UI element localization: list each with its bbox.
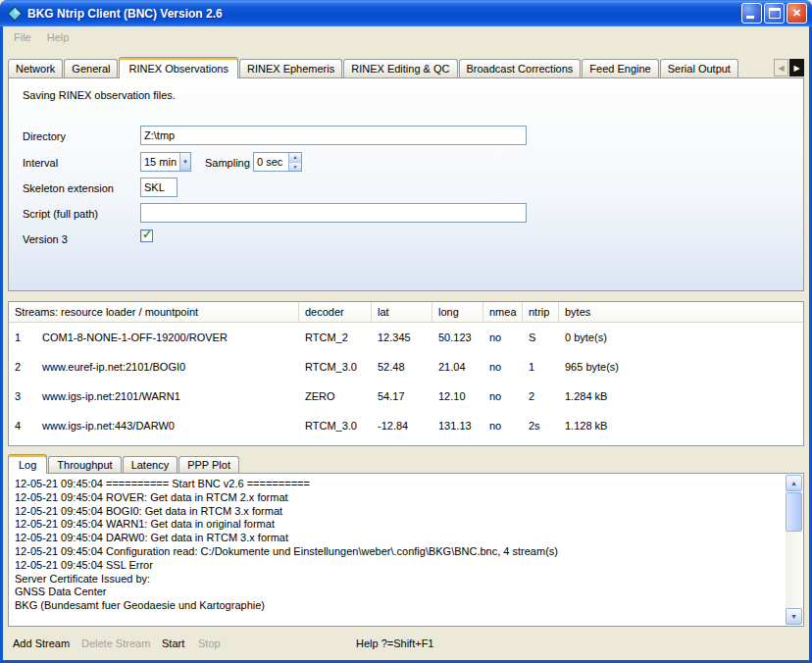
tab-throughput[interactable]: Throughput <box>48 456 121 473</box>
log-line: 12-05-21 09:45:04 ========== Start BNC v… <box>15 478 782 491</box>
sampling-spinner[interactable]: 0 sec ▲ ▼ <box>253 152 302 172</box>
cell-bytes: 1.284 kB <box>559 390 803 402</box>
app-icon <box>7 6 23 22</box>
cell-bytes: 965 byte(s) <box>559 361 803 373</box>
skeleton-extension-input[interactable] <box>140 178 178 197</box>
menu-file[interactable]: File <box>6 29 39 45</box>
panel-description: Saving RINEX observation files. <box>23 89 176 101</box>
interval-label: Interval <box>23 157 58 169</box>
window-title: BKG Ntrip Client (BNC) Version 2.6 <box>27 7 741 21</box>
menubar: File Help <box>3 26 809 47</box>
spin-up-icon[interactable]: ▲ <box>289 153 301 163</box>
tab-scroll-left-icon[interactable]: ◀ <box>774 59 788 76</box>
minimize-button[interactable] <box>741 3 762 24</box>
cell-ntrip: 2s <box>523 420 559 432</box>
table-row[interactable]: 1 COM1-8-NONE-1-OFF-19200/ROVER RTCM_2 1… <box>9 323 803 352</box>
cell-nmea: no <box>483 420 523 432</box>
tab-latency[interactable]: Latency <box>123 456 178 473</box>
delete-stream-button[interactable]: Delete Stream <box>81 638 150 649</box>
log-line: Server Certificate Issued by: <box>15 573 782 586</box>
start-button[interactable]: Start <box>162 638 184 649</box>
titlebar[interactable]: BKG Ntrip Client (BNC) Version 2.6 ✕ <box>0 0 812 26</box>
tab-rinex-editing-qc[interactable]: RINEX Editing & QC <box>343 59 457 77</box>
cell-mountpoint: www.igs-ip.net:2101/WARN1 <box>34 390 299 402</box>
cell-decoder: RTCM_3.0 <box>299 361 372 373</box>
close-button[interactable]: ✕ <box>787 3 807 24</box>
settings-tab-bar: Network General RINEX Observations RINEX… <box>3 47 809 77</box>
sampling-value: 0 sec <box>254 153 288 171</box>
cell-long: 50.123 <box>432 332 483 343</box>
table-row[interactable]: 4 www.igs-ip.net:443/DARW0 RTCM_3.0 -12.… <box>9 411 803 440</box>
streams-table: Streams: resource loader / mountpoint de… <box>8 301 804 446</box>
streams-table-header: Streams: resource loader / mountpoint de… <box>9 302 803 323</box>
sampling-spin-buttons: ▲ ▼ <box>288 153 301 171</box>
cell-mountpoint: COM1-8-NONE-1-OFF-19200/ROVER <box>34 332 299 343</box>
header-long[interactable]: long <box>432 302 483 322</box>
header-lat[interactable]: lat <box>372 302 432 322</box>
maximize-button[interactable] <box>764 3 785 24</box>
header-ntrip[interactable]: ntrip <box>523 302 559 322</box>
log-scrollbar[interactable]: ▲ ▼ <box>786 475 802 625</box>
tab-feed-engine[interactable]: Feed Engine <box>582 59 658 77</box>
cell-nmea: no <box>483 332 523 343</box>
header-nmea[interactable]: nmea <box>483 302 523 322</box>
version-3-checkbox[interactable]: ✓ <box>140 230 153 242</box>
add-stream-button[interactable]: Add Stream <box>13 638 70 649</box>
log-panel: 12-05-21 09:45:04 ========== Start BNC v… <box>8 473 804 627</box>
interval-value: 15 min <box>141 153 179 171</box>
header-bytes[interactable]: bytes <box>559 302 803 322</box>
header-decoder[interactable]: decoder <box>299 302 372 322</box>
tab-network[interactable]: Network <box>8 59 63 77</box>
log-line: 12-05-21 09:45:04 SSL Error <box>15 559 782 573</box>
log-output: 12-05-21 09:45:04 ========== Start BNC v… <box>15 478 782 623</box>
cell-long: 21.04 <box>432 361 483 373</box>
checkmark-icon: ✓ <box>142 228 152 241</box>
row-number: 2 <box>9 361 34 373</box>
spin-down-icon[interactable]: ▼ <box>289 163 301 172</box>
log-line: 12-05-21 09:45:04 WARN1: Get data in ori… <box>15 518 782 532</box>
table-row[interactable]: 3 www.igs-ip.net:2101/WARN1 ZERO 54.17 1… <box>9 382 803 411</box>
directory-label: Directory <box>23 130 66 142</box>
cell-ntrip: S <box>523 332 559 343</box>
scrollbar-thumb[interactable] <box>786 492 802 532</box>
log-line: 12-05-21 09:45:04 BOGI0: Get data in RTC… <box>15 505 782 519</box>
tab-log[interactable]: Log <box>8 454 47 474</box>
cell-decoder: ZERO <box>299 390 372 402</box>
directory-input[interactable] <box>140 126 527 145</box>
stop-button[interactable]: Stop <box>198 638 221 649</box>
cell-lat: 12.345 <box>372 332 432 343</box>
app-window: BKG Ntrip Client (BNC) Version 2.6 ✕ Fil… <box>0 0 812 663</box>
row-number: 4 <box>9 420 34 432</box>
script-full-path-input[interactable] <box>140 203 527 223</box>
tab-rinex-ephemeris[interactable]: RINEX Ephemeris <box>239 59 342 77</box>
row-number: 1 <box>9 332 34 343</box>
tab-scroll-right-icon[interactable]: ▶ <box>789 59 804 76</box>
tab-general[interactable]: General <box>64 59 118 77</box>
cell-nmea: no <box>483 361 523 373</box>
chevron-down-icon[interactable]: ▼ <box>179 153 190 171</box>
scroll-down-icon[interactable]: ▼ <box>786 608 802 625</box>
cell-mountpoint: www.euref-ip.net:2101/BOGI0 <box>34 361 299 373</box>
script-full-path-label: Script (full path) <box>23 208 98 220</box>
help-shortcut-label: Help ?=Shift+F1 <box>356 638 434 649</box>
cell-mountpoint: www.igs-ip.net:443/DARW0 <box>34 420 299 432</box>
log-line: 12-05-21 09:45:04 Configuration read: C:… <box>15 545 782 559</box>
interval-dropdown[interactable]: 15 min ▼ <box>140 152 191 172</box>
tab-broadcast-corrections[interactable]: Broadcast Corrections <box>459 59 582 77</box>
log-line: 12-05-21 09:45:04 DARW0: Get data in RTC… <box>15 532 782 545</box>
header-mountpoint[interactable]: Streams: resource loader / mountpoint <box>9 302 299 322</box>
maximize-icon <box>769 8 781 19</box>
scroll-up-icon[interactable]: ▲ <box>786 475 802 491</box>
rinex-observations-panel: Saving RINEX observation files. Director… <box>8 77 804 291</box>
cell-nmea: no <box>483 390 523 402</box>
tab-rinex-observations[interactable]: RINEX Observations <box>119 57 237 78</box>
cell-ntrip: 1 <box>523 361 559 373</box>
menu-help[interactable]: Help <box>39 29 77 45</box>
version-3-label: Version 3 <box>23 233 68 245</box>
tab-ppp-plot[interactable]: PPP Plot <box>178 456 239 473</box>
tab-serial-output[interactable]: Serial Output <box>660 59 738 77</box>
cell-bytes: 1.128 kB <box>559 420 803 432</box>
table-row[interactable]: 2 www.euref-ip.net:2101/BOGI0 RTCM_3.0 5… <box>9 352 803 382</box>
cell-lat: 54.17 <box>372 390 432 402</box>
minimize-icon <box>746 16 754 19</box>
